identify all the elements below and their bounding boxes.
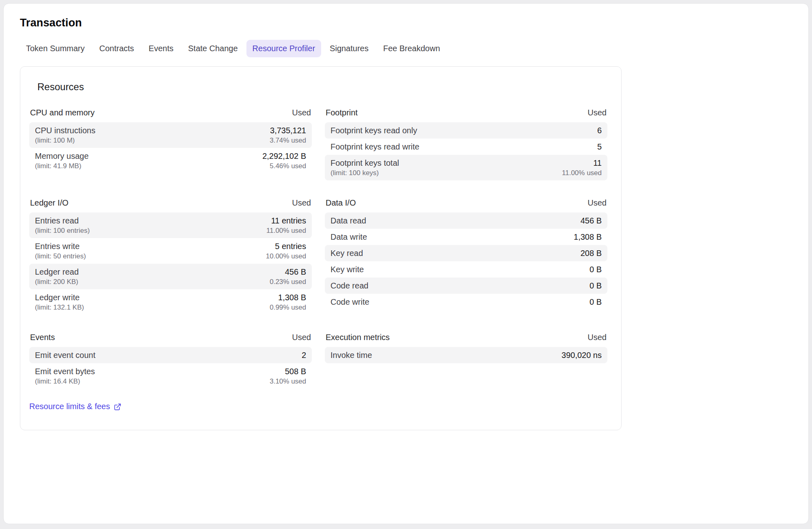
- row-label: Emit event count: [35, 350, 95, 360]
- row-label: Data read: [330, 215, 366, 226]
- section-ledger-i-o: Ledger I/OUsedEntries read(limit: 100 en…: [29, 198, 312, 315]
- tab-signatures[interactable]: Signatures: [324, 40, 375, 57]
- resources-title: Resources: [37, 81, 607, 93]
- used-column-label: Used: [587, 333, 607, 342]
- section-header: Data I/OUsed: [325, 198, 607, 212]
- resource-row-ledger-read: Ledger read(limit: 200 KB)456 B0.23% use…: [29, 264, 312, 289]
- row-label: Entries write: [35, 241, 86, 251]
- row-label-group: Code read: [330, 280, 368, 291]
- resource-row-data-read: Data read456 B: [325, 212, 607, 229]
- resource-row-key-write: Key write0 B: [325, 261, 607, 278]
- row-value-group: 11 entries11.00% used: [266, 215, 306, 235]
- row-value: 11: [593, 158, 602, 168]
- row-value: 1,308 B: [278, 292, 306, 303]
- section-header: Ledger I/OUsed: [29, 198, 312, 212]
- row-value-group: 456 B0.23% used: [270, 267, 306, 286]
- row-value-group: 2: [302, 350, 306, 360]
- row-value-group: 2,292,102 B5.46% used: [262, 151, 306, 171]
- resource-row-footprint-keys-read-only: Footprint keys read only6: [325, 122, 607, 139]
- row-label: Entries read: [35, 215, 90, 226]
- used-column-label: Used: [292, 108, 311, 117]
- row-label: Footprint keys total: [330, 158, 399, 168]
- row-value-group: 3,735,1213.74% used: [270, 125, 306, 145]
- row-value-group: 1111.00% used: [562, 158, 602, 178]
- section-execution-metrics: Execution metricsUsedInvoke time390,020 …: [325, 333, 607, 363]
- row-label: Memory usage: [35, 151, 89, 161]
- row-label: Footprint keys read write: [330, 141, 419, 152]
- external-link-icon: [114, 403, 121, 411]
- row-limit: (limit: 132.1 KB): [35, 303, 84, 312]
- row-value: 390,020 ns: [561, 350, 602, 360]
- row-value-group: 1,308 B0.99% used: [270, 292, 306, 312]
- row-percent: 11.00% used: [562, 168, 602, 178]
- row-label-group: Data write: [330, 232, 367, 242]
- row-value-group: 1,308 B: [574, 232, 602, 242]
- row-value: 456 B: [285, 267, 306, 277]
- section-title: Footprint: [326, 108, 358, 117]
- section-title: CPU and memory: [30, 108, 95, 117]
- row-value: 0 B: [590, 297, 602, 307]
- row-label-group: Ledger read(limit: 200 KB): [35, 267, 79, 286]
- row-limit: (limit: 200 KB): [35, 277, 79, 286]
- row-value: 456 B: [581, 215, 602, 226]
- row-label: CPU instructions: [35, 125, 95, 136]
- row-value: 2,292,102 B: [262, 151, 306, 161]
- row-value-group: 456 B: [581, 215, 602, 226]
- row-label-group: Emit event bytes(limit: 16.4 KB): [35, 366, 95, 386]
- section-title: Events: [30, 333, 55, 342]
- tab-contracts[interactable]: Contracts: [93, 40, 140, 57]
- row-label: Data write: [330, 232, 367, 242]
- row-value-group: 508 B3.10% used: [270, 366, 306, 386]
- resource-row-emit-event-bytes: Emit event bytes(limit: 16.4 KB)508 B3.1…: [29, 363, 312, 389]
- resource-row-emit-event-count: Emit event count2: [29, 347, 312, 363]
- row-value-group: 0 B: [590, 280, 602, 291]
- row-label: Key write: [330, 264, 364, 275]
- resource-row-cpu-instructions: CPU instructions(limit: 100 M)3,735,1213…: [29, 122, 312, 148]
- row-percent: 0.23% used: [270, 277, 306, 286]
- row-limit: (limit: 100 M): [35, 136, 95, 145]
- resource-row-code-read: Code read0 B: [325, 278, 607, 294]
- row-label-group: Emit event count: [35, 350, 95, 360]
- row-value-group: 390,020 ns: [561, 350, 602, 360]
- tab-resource-profiler[interactable]: Resource Profiler: [246, 40, 322, 57]
- row-label-group: Ledger write(limit: 132.1 KB): [35, 292, 84, 312]
- section-title: Execution metrics: [326, 333, 390, 342]
- row-value: 3,735,121: [270, 125, 306, 136]
- section-cpu-and-memory: CPU and memoryUsedCPU instructions(limit…: [29, 108, 312, 173]
- tab-fee-breakdown[interactable]: Fee Breakdown: [377, 40, 446, 57]
- section-data-i-o: Data I/OUsedData read456 BData write1,30…: [325, 198, 607, 310]
- row-label: Emit event bytes: [35, 366, 95, 377]
- section-footprint: FootprintUsedFootprint keys read only6Fo…: [325, 108, 607, 180]
- resource-row-code-write: Code write0 B: [325, 294, 607, 310]
- row-value-group: 208 B: [581, 248, 602, 258]
- used-column-label: Used: [587, 108, 607, 117]
- row-percent: 11.00% used: [266, 226, 306, 235]
- row-label-group: Footprint keys read write: [330, 141, 419, 152]
- resource-row-footprint-keys-total: Footprint keys total(limit: 100 keys)111…: [325, 155, 607, 180]
- tab-state-change[interactable]: State Change: [182, 40, 244, 57]
- row-label-group: Memory usage(limit: 41.9 MB): [35, 151, 89, 171]
- section-events: EventsUsedEmit event count2Emit event by…: [29, 333, 312, 389]
- section-header: EventsUsed: [29, 333, 312, 347]
- row-value: 5: [597, 141, 602, 152]
- row-value-group: 6: [597, 125, 602, 136]
- row-value: 208 B: [581, 248, 602, 258]
- row-value-group: 5 entries10.00% used: [266, 241, 306, 261]
- row-label-group: Entries write(limit: 50 entries): [35, 241, 86, 261]
- used-column-label: Used: [587, 198, 607, 208]
- row-value: 11 entries: [271, 215, 306, 226]
- row-label-group: Key read: [330, 248, 363, 258]
- row-label: Code read: [330, 280, 368, 291]
- resources-grid: CPU and memoryUsedCPU instructions(limit…: [29, 108, 607, 411]
- row-label-group: Invoke time: [330, 350, 372, 360]
- resource-limits-fees-link[interactable]: Resource limits & fees: [29, 402, 121, 411]
- resources-card: Resources CPU and memoryUsedCPU instruct…: [20, 66, 622, 430]
- row-value: 1,308 B: [574, 232, 602, 242]
- row-label: Key read: [330, 248, 363, 258]
- section-title: Ledger I/O: [30, 198, 69, 208]
- tab-token-summary[interactable]: Token Summary: [20, 40, 91, 57]
- tab-events[interactable]: Events: [143, 40, 179, 57]
- resource-row-memory-usage: Memory usage(limit: 41.9 MB)2,292,102 B5…: [29, 148, 312, 173]
- page-title: Transaction: [20, 17, 792, 29]
- row-label: Footprint keys read only: [330, 125, 417, 136]
